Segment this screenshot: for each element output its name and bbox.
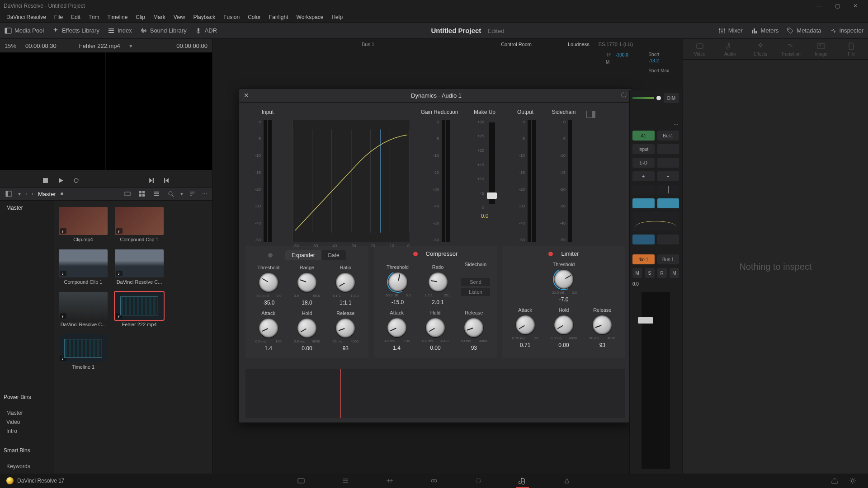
knob-dial[interactable] — [426, 318, 445, 337]
power-bin-item[interactable]: Video — [4, 418, 51, 427]
bus-mute[interactable]: M — [670, 268, 679, 278]
settings-gear-icon[interactable] — [846, 474, 859, 487]
msr-s[interactable]: S — [645, 268, 654, 278]
menu-workspace[interactable]: Workspace — [293, 13, 327, 22]
pool-bin-name[interactable]: Master — [38, 191, 56, 197]
close-button[interactable]: ✕ — [846, 0, 864, 12]
dynamics-curve[interactable]: -60-50-40-30-20-100 — [292, 120, 410, 242]
menu-help[interactable]: Help — [328, 13, 346, 22]
edit-page-icon[interactable] — [383, 474, 396, 487]
power-bin-item[interactable]: Master — [4, 408, 51, 418]
effects-slot[interactable]: E-D — [632, 158, 655, 168]
next-button[interactable] — [146, 175, 156, 185]
menu-davinci-resolve[interactable]: DaVinci Resolve — [3, 13, 50, 22]
clip-thumb[interactable]: Fehler 222.mp4 — [115, 292, 164, 327]
knob-dial[interactable] — [297, 319, 316, 338]
menu-fusion[interactable]: Fusion — [220, 13, 243, 22]
knob-dial[interactable] — [297, 273, 316, 292]
clip-thumb[interactable]: Compound Clip 1 — [59, 249, 108, 285]
knob-dial[interactable] — [554, 270, 573, 289]
dialog-close-icon[interactable]: ✕ — [244, 92, 252, 99]
channel-fader[interactable] — [642, 292, 670, 469]
clip-thumb[interactable]: DaVinci Resolve C... — [59, 292, 108, 327]
fairlight-page-icon[interactable] — [516, 474, 529, 487]
inspector-tab-video[interactable]: Video — [687, 42, 713, 56]
bus-button[interactable]: Bus1 — [657, 131, 679, 141]
pool-filmstrip-icon[interactable] — [123, 189, 132, 199]
makeup-slider[interactable] — [489, 122, 495, 204]
smart-bin-item[interactable]: Keywords — [4, 462, 51, 471]
cut-page-icon[interactable] — [339, 474, 352, 487]
inspector-tab-image[interactable]: Image — [808, 42, 834, 56]
inspector-tab-effects[interactable]: Effects — [747, 42, 774, 56]
prev-button[interactable] — [162, 175, 172, 185]
inspector-tab-transition[interactable]: Transition — [778, 42, 804, 56]
expander-tab[interactable]: Expander — [285, 250, 321, 260]
menu-playback[interactable]: Playback — [189, 13, 219, 22]
index-toggle[interactable]: Index — [108, 27, 132, 34]
meters-toggle[interactable]: Meters — [751, 27, 779, 34]
knob-dial[interactable] — [387, 318, 406, 337]
inspector-tab-file[interactable]: File — [838, 42, 864, 56]
dim-button[interactable]: DIM — [664, 93, 679, 103]
menu-edit[interactable]: Edit — [67, 13, 84, 22]
dialog-reset-icon[interactable] — [621, 92, 627, 99]
knob-dial[interactable] — [388, 272, 407, 291]
eq-curve-thumb[interactable] — [632, 212, 679, 231]
pool-search-icon[interactable] — [166, 189, 176, 199]
sidechain-send[interactable]: Send — [461, 278, 490, 286]
minimize-button[interactable]: — — [810, 0, 828, 12]
gate-tab[interactable]: Gate — [321, 250, 346, 260]
knob-dial[interactable] — [464, 318, 483, 337]
clip-thumb[interactable]: Timeline 1 — [59, 334, 108, 370]
knob-dial[interactable] — [516, 315, 535, 334]
smart-bins-header[interactable]: Smart Bins — [4, 447, 51, 454]
deliver-page-icon[interactable] — [561, 474, 573, 487]
knob-dial[interactable] — [554, 315, 573, 334]
pool-layout-icon[interactable] — [4, 189, 14, 199]
menu-view[interactable]: View — [170, 13, 189, 22]
dialog-playhead[interactable] — [340, 369, 341, 418]
metadata-toggle[interactable]: Metadata — [787, 27, 821, 34]
menu-fairlight[interactable]: Fairlight — [265, 13, 292, 22]
limiter-enable-dot[interactable] — [548, 252, 553, 256]
knob-dial[interactable] — [593, 315, 612, 334]
track-name-chip[interactable]: dio 1 — [632, 254, 655, 264]
menu-file[interactable]: File — [51, 13, 66, 22]
pool-grid-icon[interactable] — [137, 189, 147, 199]
clip-thumb[interactable]: Compound Clip 1 — [115, 207, 164, 242]
viewer-zoom[interactable]: 15% — [5, 42, 16, 49]
pan-knob-2[interactable] — [657, 185, 679, 195]
dyn-thumb[interactable] — [632, 235, 655, 244]
menu-trim[interactable]: Trim — [85, 13, 103, 22]
makeup-handle[interactable] — [487, 192, 497, 199]
sound-library-toggle[interactable]: Sound Library — [140, 27, 187, 34]
insert-plus[interactable]: + — [632, 171, 655, 181]
play-button[interactable] — [56, 175, 66, 185]
viewer-playhead[interactable] — [105, 52, 105, 170]
fusion-page-icon[interactable] — [428, 474, 440, 487]
maximize-button[interactable]: ▢ — [828, 0, 846, 12]
viewer-clipname[interactable]: Fehler 222.mp4 — [79, 42, 120, 49]
menu-timeline[interactable]: Timeline — [104, 13, 131, 22]
knob-dial[interactable] — [259, 319, 278, 338]
inspector-toggle[interactable]: Inspector — [830, 27, 863, 34]
media-pool-toggle[interactable]: Media Pool — [5, 27, 44, 34]
bus-chip[interactable]: Bus 1 — [657, 254, 679, 264]
source-viewer[interactable] — [0, 52, 212, 170]
menu-mark[interactable]: Mark — [150, 13, 169, 22]
adr-toggle[interactable]: ADR — [195, 27, 217, 34]
color-page-icon[interactable] — [472, 474, 485, 487]
expander-enable-dot[interactable] — [268, 253, 273, 258]
compressor-enable-dot[interactable] — [413, 252, 418, 256]
media-page-icon[interactable] — [295, 474, 307, 487]
menu-clip[interactable]: Clip — [132, 13, 149, 22]
msr-r[interactable]: R — [657, 268, 667, 278]
msr-m[interactable]: M — [632, 268, 642, 278]
dialog-timeline[interactable] — [245, 369, 625, 418]
knob-dial[interactable] — [336, 273, 355, 292]
clip-thumb[interactable]: Clip.mp4 — [59, 207, 108, 242]
pool-sort-icon[interactable] — [188, 189, 198, 199]
knob-dial[interactable] — [259, 273, 278, 292]
stop-button[interactable] — [41, 175, 51, 185]
